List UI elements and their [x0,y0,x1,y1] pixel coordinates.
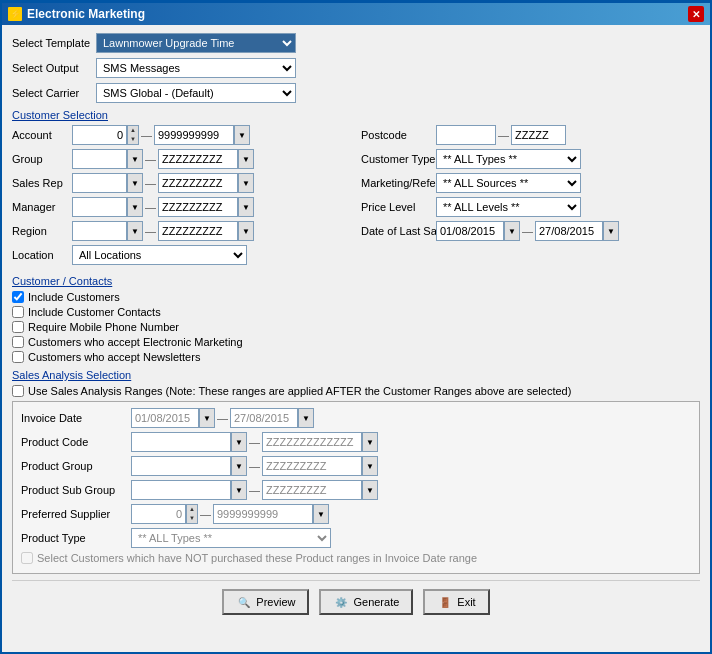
invoice-date-to-arrow[interactable]: ▼ [298,408,314,428]
invoice-date-from-input[interactable]: 01/08/2015 [131,408,199,428]
date-to-arrow[interactable]: ▼ [603,221,619,241]
date-last-sale-row: Date of Last Sale 01/08/2015 ▼ — 27/08/2… [361,221,700,241]
salesrep-to-input[interactable]: ZZZZZZZZZ [158,173,238,193]
product-sub-group-from-input[interactable] [131,480,231,500]
account-dash: — [141,129,152,141]
product-sub-group-to-input[interactable]: ZZZZZZZZZ [262,480,362,500]
group-to-arrow[interactable]: ▼ [238,149,254,169]
product-sub-group-from-arrow[interactable]: ▼ [231,480,247,500]
exit-button[interactable]: 🚪 Exit [423,589,489,615]
product-code-to-arrow[interactable]: ▼ [362,432,378,452]
product-code-from-input[interactable] [131,432,231,452]
salesrep-from-arrow[interactable]: ▼ [127,173,143,193]
preferred-supplier-spin-up[interactable]: ▲ [187,505,197,514]
account-spin-up[interactable]: ▲ [128,126,138,135]
product-type-select[interactable]: ** ALL Types ** [131,528,331,548]
preferred-supplier-to-input[interactable]: 9999999999 [213,504,313,524]
sales-analysis-title[interactable]: Sales Analysis Selection [12,369,700,381]
postcode-to-input[interactable]: ZZZZZ [511,125,566,145]
include-contacts-row: Include Customer Contacts [12,306,700,318]
manager-from-arrow[interactable]: ▼ [127,197,143,217]
product-group-label: Product Group [21,460,131,472]
invoice-date-to-input[interactable]: 27/08/2015 [230,408,298,428]
region-to-input[interactable]: ZZZZZZZZZ [158,221,238,241]
generate-button[interactable]: ⚙️ Generate [319,589,413,615]
accept-marketing-row: Customers who accept Electronic Marketin… [12,336,700,348]
account-spin-down[interactable]: ▼ [128,135,138,144]
location-select[interactable]: All Locations [72,245,247,265]
invoice-date-to: 27/08/2015 ▼ [230,408,314,428]
main-window: ⚡ Electronic Marketing ✕ Select Template… [0,0,712,654]
contacts-title[interactable]: Customer / Contacts [12,275,700,287]
preferred-supplier-from-input[interactable]: 0 [131,504,186,524]
title-bar-left: ⚡ Electronic Marketing [8,7,145,21]
salesrep-from-input[interactable] [72,173,127,193]
postcode-row: Postcode — ZZZZZ [361,125,700,145]
include-contacts-checkbox[interactable] [12,306,24,318]
close-button[interactable]: ✕ [688,6,704,22]
template-select[interactable]: Lawnmower Upgrade Time [96,33,296,53]
preferred-supplier-to-arrow[interactable]: ▼ [313,504,329,524]
product-code-from-arrow[interactable]: ▼ [231,432,247,452]
manager-to-input[interactable]: ZZZZZZZZZ [158,197,238,217]
product-code-to-input[interactable]: ZZZZZZZZZZZZZ [262,432,362,452]
preferred-supplier-dash: — [200,508,211,520]
generate-icon: ⚙️ [333,595,349,609]
include-customers-checkbox[interactable] [12,291,24,303]
customer-selection-title[interactable]: Customer Selection [12,109,700,121]
group-to-input[interactable]: ZZZZZZZZZ [158,149,238,169]
manager-dash: — [145,201,156,213]
product-type-row: Product Type ** ALL Types ** [21,528,691,548]
group-from-arrow[interactable]: ▼ [127,149,143,169]
customer-type-label: Customer Type [361,153,436,165]
product-group-to-arrow[interactable]: ▼ [362,456,378,476]
date-to-input[interactable]: 27/08/2015 [535,221,603,241]
output-select[interactable]: SMS Messages [96,58,296,78]
footer: 🔍 Preview ⚙️ Generate 🚪 Exit [12,580,700,623]
date-from-arrow[interactable]: ▼ [504,221,520,241]
product-group-to-input[interactable]: ZZZZZZZZZ [262,456,362,476]
account-to-input[interactable]: 9999999999 [154,125,234,145]
carrier-select[interactable]: SMS Global - (Default) [96,83,296,103]
accept-newsletters-checkbox[interactable] [12,351,24,363]
sales-analysis-box: Invoice Date 01/08/2015 ▼ — 27/08/2015 ▼… [12,401,700,574]
preview-button[interactable]: 🔍 Preview [222,589,309,615]
price-level-select[interactable]: ** ALL Levels ** [436,197,581,217]
postcode-label: Postcode [361,129,436,141]
invoice-date-from-arrow[interactable]: ▼ [199,408,215,428]
not-purchased-checkbox[interactable] [21,552,33,564]
require-mobile-checkbox[interactable] [12,321,24,333]
account-from-spinner: ▲ ▼ [72,125,139,145]
group-dash: — [145,153,156,165]
select-carrier-label: Select Carrier [12,87,92,99]
accept-marketing-checkbox[interactable] [12,336,24,348]
marketing-row: Marketing/Referral ** ALL Sources ** [361,173,700,193]
account-from-input[interactable] [72,125,127,145]
region-from-input[interactable] [72,221,127,241]
region-to-arrow[interactable]: ▼ [238,221,254,241]
include-contacts-label: Include Customer Contacts [28,306,161,318]
salesrep-to-arrow[interactable]: ▼ [238,173,254,193]
group-from-input[interactable] [72,149,127,169]
select-template-row: Select Template Lawnmower Upgrade Time [12,33,700,53]
account-to-arrow[interactable]: ▼ [234,125,250,145]
region-from-arrow[interactable]: ▼ [127,221,143,241]
postcode-from-input[interactable] [436,125,496,145]
manager-to-arrow[interactable]: ▼ [238,197,254,217]
preferred-supplier-spin-down[interactable]: ▼ [187,514,197,523]
customer-type-select[interactable]: ** ALL Types ** [436,149,581,169]
product-code-dash: — [249,436,260,448]
salesrep-row: Sales Rep ▼ — ZZZZZZZZZ ▼ [12,173,351,193]
generate-label: Generate [353,596,399,608]
product-sub-group-to-arrow[interactable]: ▼ [362,480,378,500]
sales-analysis-checkbox[interactable] [12,385,24,397]
product-group-from-input[interactable] [131,456,231,476]
invoice-date-from: 01/08/2015 ▼ [131,408,215,428]
customer-type-row: Customer Type ** ALL Types ** [361,149,700,169]
marketing-select[interactable]: ** ALL Sources ** [436,173,581,193]
date-from-input[interactable]: 01/08/2015 [436,221,504,241]
product-group-from-arrow[interactable]: ▼ [231,456,247,476]
manager-from-input[interactable] [72,197,127,217]
window-title: Electronic Marketing [27,7,145,21]
customer-selection-area: Account ▲ ▼ — 9999999999 ▼ Group [12,125,700,269]
